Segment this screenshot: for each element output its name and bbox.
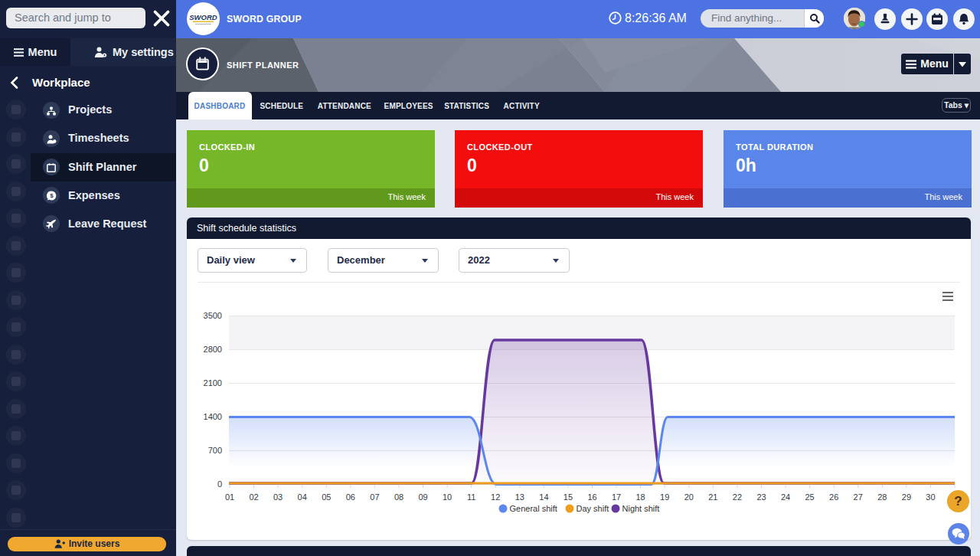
svg-text:22: 22 [733,492,742,502]
svg-text:02: 02 [249,492,258,502]
svg-text:01: 01 [225,492,234,502]
svg-text:06: 06 [346,492,355,502]
svg-text:$: $ [50,192,54,199]
svg-text:15: 15 [564,492,573,502]
svg-text:2100: 2100 [204,378,222,388]
svg-text:29: 29 [902,492,911,502]
svg-text:10: 10 [443,492,452,502]
svg-text:09: 09 [418,492,427,502]
svg-text:General shift: General shift [510,504,557,513]
svg-text:2800: 2800 [204,345,222,354]
svg-text:13: 13 [515,492,524,502]
svg-text:Night shift: Night shift [622,504,660,513]
svg-text:03: 03 [273,492,283,502]
svg-text:25: 25 [805,492,814,502]
svg-text:28: 28 [877,492,887,502]
svg-text:05: 05 [322,492,331,502]
svg-text:0: 0 [217,479,222,489]
svg-text:18: 18 [635,492,645,502]
svg-text:12: 12 [491,492,500,502]
svg-text:26: 26 [829,492,838,502]
svg-text:11: 11 [467,492,475,502]
svg-text:SWORD: SWORD [189,13,217,21]
svg-text:19: 19 [660,492,669,502]
svg-text:Day shift: Day shift [577,504,609,513]
svg-text:700: 700 [208,446,222,455]
svg-text:21: 21 [708,492,717,502]
svg-text:30: 30 [926,492,935,502]
svg-text:14: 14 [539,492,548,502]
svg-text:17: 17 [612,492,621,502]
svg-text:3500: 3500 [204,311,222,320]
svg-text:04: 04 [298,492,307,502]
svg-text:08: 08 [394,492,403,502]
svg-text:07: 07 [370,492,379,502]
svg-text:1400: 1400 [204,412,222,421]
svg-text:20: 20 [684,492,694,502]
svg-text:16: 16 [587,492,596,502]
svg-text:23: 23 [756,492,766,502]
svg-text:24: 24 [781,492,790,502]
svg-text:27: 27 [854,492,863,502]
